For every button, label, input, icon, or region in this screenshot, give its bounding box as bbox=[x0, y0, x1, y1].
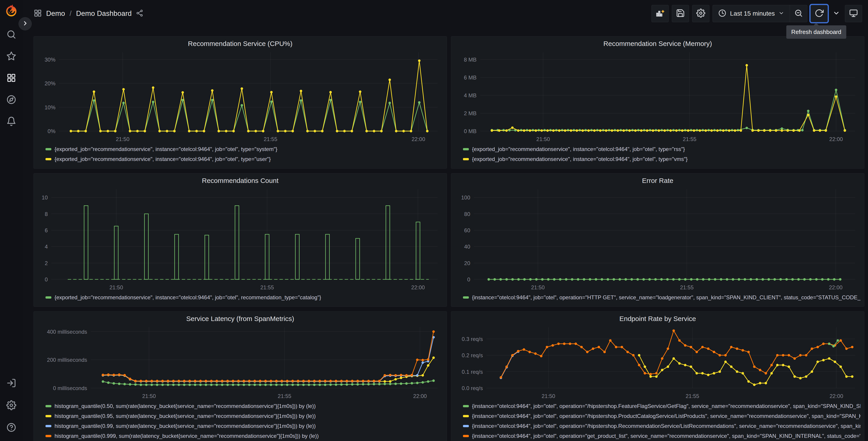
latency-chart[interactable]: 0 milliseconds200 milliseconds400 millis… bbox=[37, 324, 443, 401]
legend-item[interactable]: {instance="otelcol:9464", job="otel", op… bbox=[463, 401, 861, 411]
legend-item[interactable]: {exported_job="recommendationservice", i… bbox=[45, 293, 443, 302]
panel-title[interactable]: Recommendation Service (CPU%) bbox=[37, 39, 443, 49]
sidebar-expand-button[interactable] bbox=[19, 17, 32, 30]
legend-label: {instance="otelcol:9464", job="otel", op… bbox=[472, 294, 861, 301]
legend-label: {exported_job="recommendationservice", i… bbox=[472, 156, 688, 162]
svg-text:0.1 req/s: 0.1 req/s bbox=[462, 369, 483, 375]
time-range-picker[interactable]: Last 15 minutes bbox=[713, 5, 790, 22]
legend-item[interactable]: {instance="otelcol:9464", job="otel", op… bbox=[463, 421, 861, 431]
error-rate-chart[interactable]: 02040608010021:5021:5522:00 bbox=[455, 186, 861, 292]
legend-swatch bbox=[45, 425, 51, 427]
compass-icon bbox=[6, 95, 16, 106]
dashboard-settings-button[interactable] bbox=[692, 5, 709, 22]
breadcrumb-dashboard[interactable]: Demo Dashboard bbox=[76, 9, 132, 18]
bell-icon bbox=[6, 116, 16, 127]
legend-item[interactable]: histogram_quantile(0.99, sum(rate(latenc… bbox=[45, 421, 443, 431]
legend-swatch bbox=[463, 405, 469, 407]
svg-text:8: 8 bbox=[45, 211, 48, 217]
legend-label: histogram_quantile(0.99, sum(rate(latenc… bbox=[55, 423, 316, 429]
legend-item[interactable]: {exported_job="recommendationservice", i… bbox=[45, 154, 443, 164]
dashboards-grid-icon bbox=[6, 73, 16, 84]
svg-text:21:55: 21:55 bbox=[683, 136, 696, 142]
refresh-icon bbox=[815, 9, 824, 19]
svg-text:0.0 req/s: 0.0 req/s bbox=[462, 385, 483, 391]
legend: {exported_job="recommendationservice", i… bbox=[45, 293, 443, 302]
count-chart[interactable]: 024681021:5021:5522:00 bbox=[37, 186, 443, 292]
sidebar-item-explore[interactable] bbox=[4, 93, 19, 107]
svg-text:22:00: 22:00 bbox=[830, 393, 843, 399]
legend-item[interactable]: {exported_job="recommendationservice", i… bbox=[463, 144, 861, 154]
add-panel-button[interactable] bbox=[651, 5, 669, 22]
svg-text:0.3 req/s: 0.3 req/s bbox=[462, 336, 483, 342]
svg-text:21:55: 21:55 bbox=[264, 136, 277, 142]
svg-text:21:50: 21:50 bbox=[536, 136, 550, 142]
svg-text:21:55: 21:55 bbox=[686, 393, 699, 399]
sidebar-item-help[interactable] bbox=[4, 421, 19, 435]
panel-title[interactable]: Error Rate bbox=[455, 176, 861, 186]
svg-text:21:50: 21:50 bbox=[110, 284, 123, 290]
panel-error-rate: Error Rate 02040608010021:5021:5522:00 {… bbox=[451, 173, 864, 307]
panel-title[interactable]: Recommendations Count bbox=[37, 176, 443, 186]
svg-text:80: 80 bbox=[464, 211, 470, 217]
share-icon[interactable] bbox=[136, 9, 144, 18]
grafana-logo-icon[interactable] bbox=[4, 4, 18, 17]
panel-title[interactable]: Service Latency (from SpanMetrics) bbox=[37, 314, 443, 324]
refresh-tooltip: Refresh dashboard bbox=[786, 25, 846, 39]
legend-swatch bbox=[463, 296, 469, 299]
svg-text:22:00: 22:00 bbox=[413, 393, 427, 399]
legend: {exported_job="recommendationservice", i… bbox=[463, 144, 861, 164]
sidebar-item-alerting[interactable] bbox=[4, 115, 19, 129]
refresh-button[interactable] bbox=[810, 5, 828, 22]
sidebar-item-starred[interactable] bbox=[4, 49, 19, 64]
breadcrumb-folder[interactable]: Demo bbox=[46, 9, 65, 18]
svg-text:8 MB: 8 MB bbox=[464, 57, 476, 63]
sidebar-item-settings[interactable] bbox=[4, 399, 19, 413]
refresh-interval-dropdown[interactable] bbox=[831, 5, 842, 22]
svg-text:21:50: 21:50 bbox=[116, 136, 129, 142]
svg-text:6 MB: 6 MB bbox=[464, 75, 476, 81]
panel-recommendation-memory: Recommendation Service (Memory) 0 MB2 MB… bbox=[451, 36, 864, 169]
legend-swatch bbox=[45, 415, 51, 417]
panel-recommendation-cpu: Recommendation Service (CPU%) 0%10%20%30… bbox=[33, 36, 447, 169]
endpoint-rate-chart[interactable]: 0.0 req/s0.1 req/s0.2 req/s0.3 req/s21:5… bbox=[455, 324, 861, 401]
panel-endpoint-rate: Endpoint Rate by Service 0.0 req/s0.1 re… bbox=[451, 311, 864, 441]
save-dashboard-button[interactable] bbox=[672, 5, 689, 22]
legend-label: {exported_job="recommendationservice", i… bbox=[55, 294, 321, 301]
zoom-out-button[interactable] bbox=[790, 5, 807, 22]
legend-swatch bbox=[45, 296, 51, 299]
legend-item[interactable]: {exported_job="recommendationservice", i… bbox=[45, 144, 443, 154]
svg-text:400 milliseconds: 400 milliseconds bbox=[47, 329, 87, 335]
sidebar-item-search[interactable] bbox=[4, 28, 19, 42]
svg-text:20: 20 bbox=[464, 260, 470, 266]
legend: {instance="otelcol:9464", job="otel", op… bbox=[463, 293, 861, 302]
svg-text:2 MB: 2 MB bbox=[464, 110, 476, 116]
save-icon bbox=[676, 9, 685, 19]
legend-item[interactable]: histogram_quantile(0.50, sum(rate(latenc… bbox=[45, 401, 443, 411]
cpu-chart[interactable]: 0%10%20%30%21:5021:5522:00 bbox=[37, 49, 443, 144]
svg-text:2: 2 bbox=[45, 260, 48, 266]
gear-icon bbox=[6, 400, 16, 411]
svg-text:21:50: 21:50 bbox=[542, 393, 555, 399]
legend-item[interactable]: {instance="otelcol:9464", job="otel", op… bbox=[463, 293, 861, 302]
zoom-out-icon bbox=[794, 9, 803, 18]
memory-chart[interactable]: 0 MB2 MB4 MB6 MB8 MB21:5021:5522:00 bbox=[455, 49, 861, 144]
legend-swatch bbox=[463, 435, 469, 437]
svg-text:30%: 30% bbox=[44, 57, 56, 63]
legend-item[interactable]: {instance="otelcol:9464", job="otel", op… bbox=[463, 431, 861, 441]
legend-item[interactable]: {instance="otelcol:9464", job="otel", op… bbox=[463, 411, 861, 421]
svg-text:6: 6 bbox=[45, 227, 48, 233]
svg-text:4 MB: 4 MB bbox=[464, 92, 476, 98]
sign-in-icon bbox=[6, 378, 16, 389]
legend-item[interactable]: {exported_job="recommendationservice", i… bbox=[463, 154, 861, 164]
legend-item[interactable]: histogram_quantile(0.95, sum(rate(latenc… bbox=[45, 411, 443, 421]
top-navbar: Demo / Demo Dashboard bbox=[23, 0, 868, 27]
kiosk-mode-button[interactable] bbox=[845, 5, 862, 22]
legend-label: {instance="otelcol:9464", job="otel", op… bbox=[472, 423, 861, 429]
svg-text:22:00: 22:00 bbox=[829, 284, 842, 290]
legend-item[interactable]: histogram_quantile(0.999, sum(rate(laten… bbox=[45, 431, 443, 441]
panel-recommendations-count: Recommendations Count 024681021:5021:552… bbox=[33, 173, 447, 307]
panel-title[interactable]: Endpoint Rate by Service bbox=[455, 314, 861, 324]
sidebar-item-sign-in[interactable] bbox=[4, 376, 19, 391]
sidebar-item-dashboards[interactable] bbox=[4, 71, 19, 86]
panel-title[interactable]: Recommendation Service (Memory) bbox=[455, 39, 861, 49]
